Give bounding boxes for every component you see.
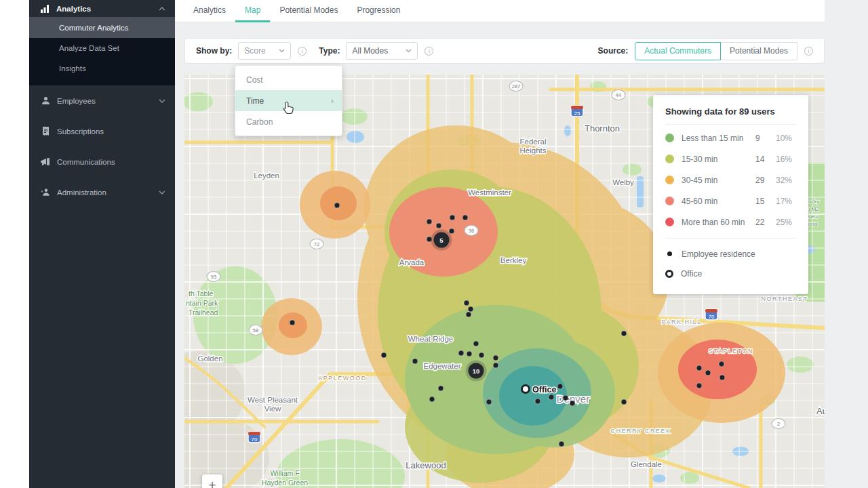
sidebar-item-administration[interactable]: Administration: [29, 177, 175, 207]
menu-item-cost[interactable]: Cost: [235, 69, 342, 90]
svg-text:70: 70: [709, 314, 715, 320]
office-label: Office: [532, 385, 556, 394]
map-label: ocky: [808, 199, 819, 205]
employee-residence-dot[interactable]: [450, 215, 455, 220]
document-icon: [41, 127, 50, 136]
employee-residence-dot[interactable]: [621, 331, 627, 336]
employee-residence-dot[interactable]: [468, 306, 473, 312]
employee-residence-dot[interactable]: [719, 361, 724, 367]
employee-residence-dot[interactable]: [334, 203, 340, 208]
map-label: NORTHEAST: [762, 296, 808, 302]
route-shield-icon: 93: [207, 272, 220, 282]
employee-residence-dot[interactable]: [570, 401, 575, 406]
map-label: Westminster: [468, 188, 511, 197]
info-icon[interactable]: [298, 47, 307, 56]
employee-residence-dot[interactable]: [436, 223, 441, 228]
employee-residence-dot[interactable]: [621, 399, 627, 405]
tab-analytics[interactable]: Analytics: [184, 0, 235, 22]
tab-progression[interactable]: Progression: [347, 0, 410, 22]
person-icon: [41, 96, 50, 105]
employee-residence-dot[interactable]: [449, 228, 454, 234]
employee-residence-dot[interactable]: [719, 375, 725, 380]
employee-residence-dot[interactable]: [438, 386, 443, 391]
chevron-down-icon: [159, 99, 165, 103]
legend-marker-office: Office: [665, 264, 796, 283]
svg-text:70: 70: [252, 436, 258, 443]
legend-row: 30-45 min 29 32%: [665, 169, 796, 190]
employee-residence-dot[interactable]: [458, 350, 464, 356]
employee-residence-dot[interactable]: [535, 399, 540, 404]
tab-map[interactable]: Map: [235, 0, 270, 22]
legend-row: Less than 15 min 9 10%: [665, 127, 796, 148]
employee-residence-dot[interactable]: [557, 384, 563, 389]
info-icon[interactable]: [804, 47, 813, 56]
map-label: u M2: [807, 206, 819, 212]
employee-residence-dot[interactable]: [493, 363, 498, 368]
bar-chart-icon: [41, 5, 50, 13]
sidebar-item-analytics[interactable]: Analytics: [29, 0, 175, 17]
svg-text:25: 25: [574, 110, 580, 117]
employee-residence-dot[interactable]: [429, 396, 435, 402]
employee-residence-dot[interactable]: [381, 352, 387, 358]
employee-residence-dot[interactable]: [290, 320, 295, 325]
type-select[interactable]: All Modes: [346, 42, 418, 60]
legend-row: 15-30 min 14 16%: [665, 148, 796, 169]
employee-residence-dot[interactable]: [549, 394, 554, 400]
map-label: William F: [270, 469, 299, 477]
map-label: Hayden Green: [262, 479, 308, 487]
employee-residence-dot[interactable]: [563, 395, 568, 401]
map-label: Au: [816, 406, 825, 416]
show-by-label: Show by:: [196, 46, 232, 56]
map-label: Wheat Ridge: [408, 335, 453, 343]
megaphone-icon: [41, 158, 50, 166]
sidebar-item-insights[interactable]: Insights: [29, 58, 175, 79]
svg-text:5: 5: [439, 237, 443, 244]
zoom-in-button[interactable]: +: [202, 474, 222, 488]
info-icon[interactable]: [425, 47, 433, 56]
map-label: CHERRY CREEK: [610, 428, 671, 434]
svg-text:36: 36: [469, 228, 474, 234]
employee-residence-dot[interactable]: [473, 341, 479, 346]
show-by-select[interactable]: Score: [238, 42, 291, 60]
cluster-marker[interactable]: 5: [431, 230, 452, 251]
employee-residence-dot[interactable]: [479, 352, 484, 358]
office-ring-icon: [665, 270, 673, 278]
svg-text:58: 58: [253, 327, 258, 333]
employee-residence-dot[interactable]: [559, 441, 564, 447]
source-actual-commuters-button[interactable]: Actual Commuters: [635, 42, 721, 60]
sidebar-item-communications[interactable]: Communications: [29, 146, 175, 177]
employee-residence-dot[interactable]: [464, 300, 469, 306]
employee-residence-dot[interactable]: [467, 351, 472, 357]
sidebar-item-commuter-analytics[interactable]: Commuter Analytics: [29, 17, 175, 38]
route-shield-icon: 58: [249, 325, 262, 336]
map-label: th Table: [189, 289, 214, 298]
map-label: Golden: [197, 354, 222, 363]
tab-potential-modes[interactable]: Potential Modes: [270, 0, 347, 22]
legend-row: 45-60 min 15 17%: [665, 190, 796, 211]
employee-residence-dot[interactable]: [493, 355, 498, 361]
map-label: Lakewood: [406, 460, 446, 470]
chevron-down-icon: [279, 49, 285, 53]
route-shield-icon: 2: [772, 419, 785, 429]
employee-residence-dot[interactable]: [696, 383, 702, 388]
legend-color-dot: [665, 197, 674, 205]
employee-residence-dot[interactable]: [705, 370, 711, 375]
office-marker[interactable]: Office: [522, 385, 557, 394]
employee-residence-dot[interactable]: [696, 365, 702, 371]
sidebar-item-subscriptions[interactable]: Subscriptions: [29, 116, 175, 146]
employee-residence-dot[interactable]: [427, 219, 432, 224]
map-label: Arvada: [399, 258, 425, 266]
sidebar-item-analyze-data-set[interactable]: Analyze Data Set: [29, 38, 175, 58]
svg-text:44: 44: [616, 92, 621, 98]
employee-residence-dot[interactable]: [486, 399, 492, 405]
employee-residence-dot[interactable]: [462, 215, 468, 220]
cluster-marker[interactable]: 10: [466, 361, 487, 382]
sidebar-item-employees[interactable]: Employees: [29, 85, 175, 116]
interstate-shield-icon: 25: [571, 106, 583, 117]
route-shield-icon: 44: [612, 90, 625, 100]
employee-residence-dot[interactable]: [412, 359, 418, 364]
source-potential-modes-button[interactable]: Potential Modes: [721, 42, 797, 60]
employee-residence-dot[interactable]: [466, 312, 471, 317]
map-label: ntain Park: [186, 299, 218, 307]
interstate-shield-icon: 70: [705, 309, 717, 320]
